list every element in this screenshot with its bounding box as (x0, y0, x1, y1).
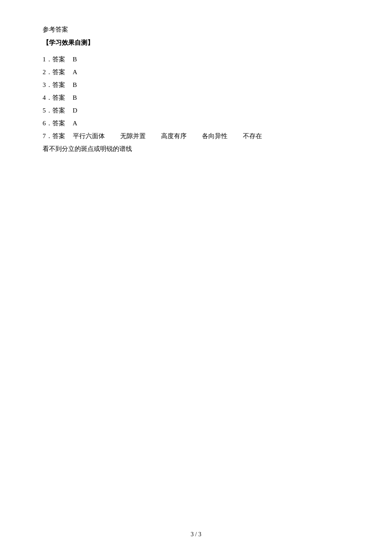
answer-7-num: 7． (43, 130, 52, 142)
answer-2: 2． 答案 A (43, 66, 349, 78)
answer-5: 5． 答案 D (43, 104, 349, 117)
answer-4-value: B (73, 91, 77, 104)
answer-5-label: 答案 (52, 104, 73, 117)
answer-1-num: 1． (43, 53, 52, 66)
answer-3-num: 3． (43, 78, 52, 91)
answer-7-values: 平行六面体无隙并置高度有序各向异性不存在 (73, 130, 262, 142)
section-subtitle: 【学习效果自测】 (43, 39, 349, 47)
answer-7-item-4: 不存在 (243, 133, 262, 139)
answer-1-label: 答案 (52, 53, 73, 66)
answer-7-item-3: 各向异性 (202, 133, 228, 139)
answer-7: 7． 答案 平行六面体无隙并置高度有序各向异性不存在 看不到分立的斑点或明锐的谱… (43, 130, 349, 155)
answer-7-item-2: 高度有序 (161, 133, 187, 139)
answer-4: 4． 答案 B (43, 91, 349, 104)
answer-1: 1． 答案 B (43, 53, 349, 66)
answer-5-value: D (73, 104, 78, 117)
answer-5-num: 5． (43, 104, 52, 117)
answer-2-num: 2． (43, 66, 52, 78)
answer-2-label: 答案 (52, 66, 73, 78)
answer-7-item-1: 无隙并置 (120, 133, 146, 139)
answer-6-value: A (73, 117, 78, 130)
answer-3-value: B (73, 78, 77, 91)
answers-list: 1． 答案 B 2． 答案 A 3． 答案 B 4． 答案 B 5． 答案 D … (43, 53, 349, 130)
answer-4-label: 答案 (52, 91, 73, 104)
answer-1-value: B (73, 53, 77, 66)
section-title: 参考答案 (43, 26, 349, 34)
answer-3-label: 答案 (52, 78, 73, 91)
answer-2-value: A (73, 66, 78, 78)
answer-7-item-0: 平行六面体 (73, 133, 105, 139)
page-container: 参考答案 【学习效果自测】 1． 答案 B 2． 答案 A 3． 答案 B 4．… (0, 0, 392, 555)
answer-6-label: 答案 (52, 117, 73, 130)
answer-4-num: 4． (43, 91, 52, 104)
answer-7-label: 答案 (52, 130, 73, 142)
page-footer: 3 / 3 (0, 531, 392, 538)
answer-6: 6． 答案 A (43, 117, 349, 130)
answer-3: 3． 答案 B (43, 78, 349, 91)
answer-6-num: 6． (43, 117, 52, 130)
answer-7-line2: 看不到分立的斑点或明锐的谱线 (43, 142, 349, 155)
